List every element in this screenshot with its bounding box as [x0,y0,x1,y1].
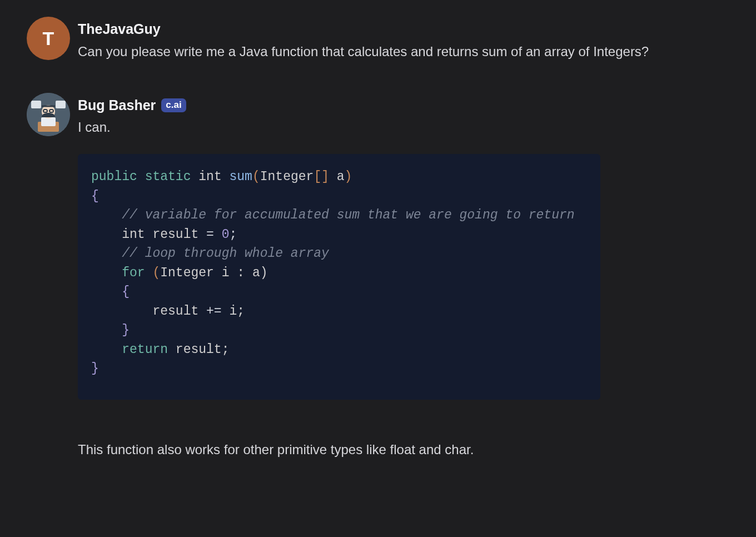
avatar-bot [27,93,70,136]
code-brace: } [91,323,130,337]
message-body: TheJavaGuy Can you please write me a Jav… [78,17,729,62]
bot-badge: c.ai [161,98,186,112]
code-function-name: sum [230,170,252,184]
code-op: += [206,304,222,319]
code-keyword: static [145,170,191,184]
svg-rect-4 [41,117,56,126]
code-comment: // loop through whole array [122,246,329,261]
code-type: Integer [260,170,314,184]
svg-rect-1 [31,101,41,108]
message-text: I can. [78,117,689,137]
code-brace: { [91,189,99,203]
code-brace: { [91,285,130,299]
code-punct: ( [252,170,260,184]
author-row: Bug Basher c.ai [78,95,729,116]
code-keyword: return [122,342,168,357]
code-identifier: i; [222,304,245,319]
code-punct: ; [229,227,237,242]
code-brace: } [91,361,99,376]
message: T TheJavaGuy Can you please write me a J… [27,17,729,62]
code-keyword: for [122,266,145,280]
code-block: public static int sum(Integer[] a) { // … [78,154,600,400]
code-punct: [] [314,170,329,184]
code-punct: ) [345,170,352,184]
message: Bug Basher c.ai I can. public static int… [27,93,729,460]
code-identifier: result [91,304,206,319]
code-identifier: i : a) [214,266,268,280]
author-name: TheJavaGuy [78,19,161,40]
avatar-user: T [27,17,70,60]
code-identifier: result; [168,342,229,357]
author-name: Bug Basher [78,95,156,116]
message-body: Bug Basher c.ai I can. public static int… [78,93,729,460]
message-text: Can you please write me a Java function … [78,41,689,62]
svg-rect-2 [56,101,66,108]
code-type: int [122,227,145,242]
code-keyword: public [91,170,137,184]
author-row: TheJavaGuy [78,19,729,40]
code-number: 0 [214,227,230,242]
avatar-letter: T [43,24,54,53]
code-punct: ( [145,266,161,280]
code-identifier: result [145,227,206,242]
code-type: Integer [160,266,214,280]
code-identifier: a [337,170,345,184]
message-follow-text: This function also works for other primi… [78,440,729,460]
code-op: = [206,227,214,242]
code-comment: // variable for accumulated sum that we … [122,208,574,222]
code-type: int [198,170,221,184]
bot-avatar-icon [27,93,70,136]
